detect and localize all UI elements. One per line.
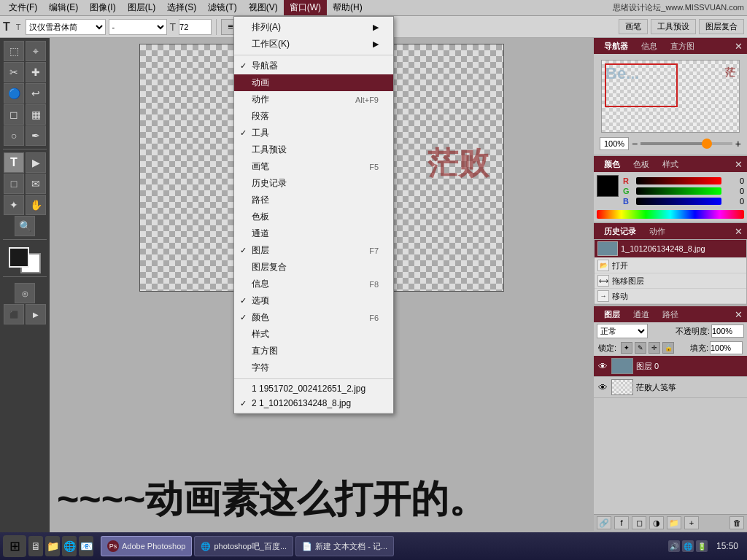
history-brush[interactable]: ↩ — [26, 83, 46, 104]
layer-link-btn[interactable]: 🔗 — [597, 516, 611, 529]
lock-position-btn[interactable]: ✛ — [649, 342, 660, 354]
eraser-tool[interactable]: ◻ — [4, 104, 24, 125]
type-tool[interactable]: T — [4, 152, 24, 173]
brushes-btn[interactable]: 画笔 — [619, 19, 648, 34]
menu-tools-item[interactable]: ✓ 工具 — [234, 125, 393, 141]
shape-tool[interactable]: □ — [4, 174, 24, 194]
menu-image[interactable]: 图像(I) — [84, 0, 121, 15]
taskbar-icon-2[interactable]: 📁 — [45, 536, 60, 556]
eyedropper-tool[interactable]: ✦ — [4, 195, 24, 215]
nav-zoom-out-btn[interactable]: − — [632, 138, 638, 149]
layer-mask-btn[interactable]: ◻ — [632, 516, 646, 529]
tab-histogram[interactable]: 直方图 — [665, 39, 700, 53]
start-button[interactable]: ⊞ — [3, 535, 26, 557]
tab-color[interactable]: 颜色 — [598, 158, 626, 171]
font-style-select[interactable]: - — [109, 19, 167, 35]
menu-animation-item[interactable]: 动画 — [234, 74, 393, 91]
layer-adjustment-btn[interactable]: ◑ — [649, 516, 664, 529]
lock-pixels-btn[interactable]: ✎ — [635, 342, 646, 354]
menu-actions-item[interactable]: 动作 Alt+F9 — [234, 91, 393, 108]
menu-selection-item[interactable]: ✓ 选项 — [234, 292, 393, 309]
layer-item-1[interactable]: 👁 茫败人笺筝 — [594, 377, 747, 398]
tab-swatches[interactable]: 色板 — [627, 158, 655, 171]
opacity-input[interactable] — [711, 324, 744, 338]
menu-paths-item[interactable]: 路径 — [234, 192, 393, 209]
path-select-tool[interactable]: ▶ — [26, 152, 46, 173]
dodge-tool[interactable]: ○ — [4, 125, 24, 146]
lock-transparent-btn[interactable]: ✦ — [621, 342, 632, 354]
tab-layers[interactable]: 图层 — [598, 308, 626, 322]
tab-history[interactable]: 历史记录 — [598, 225, 642, 238]
tab-paths[interactable]: 路径 — [657, 308, 684, 322]
tray-icon-2[interactable]: 🌐 — [682, 540, 694, 552]
menu-recent-file-2[interactable]: ✓ 2 1_101206134248_8.jpg — [234, 396, 393, 411]
color-b-bar[interactable] — [636, 198, 721, 205]
nav-zoom-in-btn[interactable]: + — [735, 138, 741, 149]
menu-characters-item[interactable]: 字符 — [234, 359, 393, 376]
lock-all-btn[interactable]: 🔒 — [662, 342, 674, 354]
marquee-tool[interactable]: ⬚ — [4, 41, 24, 61]
menu-select[interactable]: 选择(S) — [161, 0, 202, 15]
tab-styles[interactable]: 样式 — [657, 158, 684, 171]
layer-group-btn[interactable]: 📁 — [667, 516, 681, 529]
menu-filter[interactable]: 滤镜(T) — [202, 0, 242, 15]
lasso-tool[interactable]: ⌖ — [26, 41, 46, 61]
history-close-btn[interactable]: ✕ — [735, 226, 743, 237]
history-item-2[interactable]: ⟷ 拖移图层 — [595, 273, 746, 289]
menu-styles-item[interactable]: 样式 — [234, 326, 393, 343]
stamp-tool[interactable]: 🔵 — [4, 83, 24, 104]
nav-zoom-slider[interactable] — [640, 142, 732, 145]
taskbar-icon-1[interactable]: 🖥 — [28, 536, 43, 556]
menu-layers-item[interactable]: ✓ 图层 F7 — [234, 242, 393, 259]
color-main-swatch[interactable] — [597, 175, 619, 197]
menu-color-item[interactable]: ✓ 颜色 F6 — [234, 309, 393, 326]
taskbar-notepad-btn[interactable]: 📄 新建 文本文档 - 记... — [295, 536, 394, 556]
pen-tool[interactable]: ✒ — [26, 125, 46, 146]
layer-comps-btn[interactable]: 图层复合 — [699, 19, 744, 34]
layer-delete-btn[interactable]: 🗑 — [729, 516, 744, 529]
layer-new-btn[interactable]: + — [684, 516, 699, 529]
tab-navigator[interactable]: 导航器 — [598, 39, 634, 53]
tool-presets-btn[interactable]: 工具预设 — [651, 19, 696, 34]
healing-tool[interactable]: ✚ — [26, 62, 46, 82]
taskbar-ps-btn[interactable]: Ps Adobe Photoshop — [101, 536, 192, 556]
menu-workspace[interactable]: 工作区(K) ▶ — [234, 36, 393, 52]
notes-tool[interactable]: ✉ — [26, 174, 46, 194]
history-item-3[interactable]: → 移动 — [595, 289, 746, 304]
menu-channels-item[interactable]: 通道 — [234, 225, 393, 242]
menu-navigator-item[interactable]: ✓ 导航器 — [234, 58, 393, 74]
tab-actions[interactable]: 动作 — [643, 225, 671, 238]
navigator-close-btn[interactable]: ✕ — [735, 41, 743, 52]
menu-help[interactable]: 帮助(H) — [327, 0, 368, 15]
layers-close-btn[interactable]: ✕ — [735, 309, 743, 320]
history-item-0[interactable]: 1_101206134248_8.jpg — [595, 240, 746, 258]
menu-tool-presets-item[interactable]: 工具预设 — [234, 141, 393, 158]
layer-fx-btn[interactable]: f — [614, 516, 629, 529]
tab-info[interactable]: 信息 — [635, 39, 663, 53]
menu-layer-comps-item[interactable]: 图层复合 — [234, 259, 393, 276]
font-name-select[interactable]: 汉仪雪君体简 — [26, 19, 106, 35]
menu-edit[interactable]: 编辑(E) — [43, 0, 84, 15]
blend-mode-select[interactable]: 正常 — [597, 324, 648, 338]
menu-file[interactable]: 文件(F) — [3, 0, 43, 15]
layer-eye-1[interactable]: 👁 — [597, 381, 608, 393]
crop-tool[interactable]: ✂ — [4, 62, 24, 82]
tray-icon-1[interactable]: 🔊 — [668, 540, 680, 552]
menu-recent-file-1[interactable]: 1 1951702_002412651_2.jpg — [234, 381, 393, 396]
taskbar-icon-3[interactable]: 🌐 — [62, 536, 77, 556]
menu-layer[interactable]: 图层(L) — [122, 0, 162, 15]
menu-arrange[interactable]: 排列(A) ▶ — [234, 19, 393, 36]
tab-channels[interactable]: 通道 — [627, 308, 655, 322]
layer-item-0[interactable]: 👁 图层 0 — [594, 356, 747, 377]
menu-histogram-item[interactable]: 直方图 — [234, 343, 393, 359]
color-rainbow-bar[interactable] — [597, 210, 744, 219]
menu-paragraphs-item[interactable]: 段落 — [234, 108, 393, 125]
menu-brushes-item[interactable]: 画笔 F5 — [234, 158, 393, 175]
jump-to-btn[interactable]: ▶ — [26, 304, 46, 324]
taskbar-browser-btn[interactable]: 🌐 photoshop吧_百度... — [194, 536, 293, 556]
quick-mask-btn[interactable]: ◎ — [15, 283, 35, 303]
fill-input[interactable] — [710, 341, 743, 354]
gradient-tool[interactable]: ▦ — [26, 104, 46, 125]
menu-view[interactable]: 视图(V) — [243, 0, 284, 15]
menu-swatches-item[interactable]: 色板 — [234, 209, 393, 225]
